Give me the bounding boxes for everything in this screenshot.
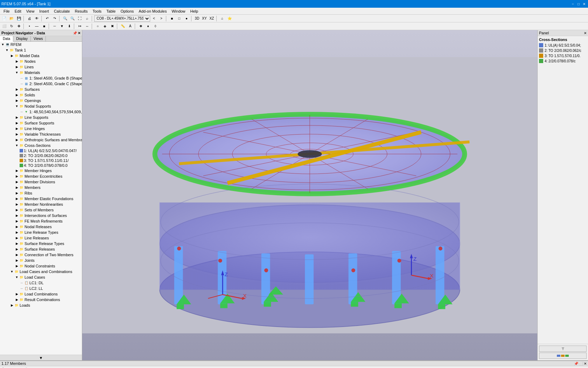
- toggle-materials[interactable]: ▼: [15, 71, 19, 74]
- tb2-extra2[interactable]: ♦: [145, 23, 152, 30]
- tree-item-surface-release-types[interactable]: ▶ 📁 Surface Release Types: [0, 241, 82, 246]
- view3d-btn[interactable]: 3D: [194, 15, 201, 22]
- dim2-btn[interactable]: ↔: [84, 23, 91, 30]
- toggle-solids[interactable]: ▶: [15, 93, 19, 97]
- toggle-fe-mesh[interactable]: ▶: [15, 219, 19, 223]
- menu-item-view[interactable]: View: [24, 8, 37, 14]
- nav-tab-display[interactable]: Display: [13, 36, 31, 41]
- prev-combo-btn[interactable]: <: [150, 15, 158, 22]
- toggle-joints[interactable]: ▶: [15, 259, 19, 262]
- tree-item-variable-thicknesses[interactable]: ▶ 📁 Variable Thicknesses: [0, 131, 82, 137]
- tree-item-member-elastic-foundations[interactable]: ▶ 📁 Member Elastic Foundations: [0, 196, 82, 202]
- printpreview-btn[interactable]: 👁: [33, 15, 40, 22]
- open-btn[interactable]: 📂: [8, 15, 15, 22]
- toggle-line-hinges[interactable]: ▶: [15, 127, 19, 130]
- member-btn[interactable]: ─: [51, 23, 58, 30]
- menu-item-edit[interactable]: Edit: [13, 8, 23, 14]
- tree-item-cs2[interactable]: 2: TO 2/2/0.062/0.062/0.0: [0, 153, 82, 158]
- table-float-icon[interactable]: ⬜: [579, 362, 583, 366]
- render-btn[interactable]: ■: [168, 15, 175, 22]
- viewxy-btn[interactable]: XY: [201, 15, 208, 22]
- tree-item-cs3[interactable]: 3: TO 1.57/1.57/0.11/0.11/: [0, 158, 82, 163]
- menu-item-tools[interactable]: Tools: [90, 8, 104, 14]
- panel-table-btn[interactable]: ⊤: [539, 346, 587, 352]
- toggle-line-supports[interactable]: ▶: [15, 116, 19, 119]
- tree-item-fe-mesh-refinements[interactable]: ▶ 📁 FE Mesh Refinements: [0, 218, 82, 224]
- toggle-var-thick[interactable]: ▶: [15, 132, 19, 136]
- zoom-select-btn[interactable]: ⌕: [84, 15, 91, 22]
- load-combo-selector[interactable]: CO8 - DL+.45WX+.75LL+.75SL: [94, 15, 150, 22]
- new-btn[interactable]: 📄: [1, 15, 8, 22]
- tb2-extra1[interactable]: ❖: [137, 23, 144, 30]
- tree-item-ribs[interactable]: ▶ 📁 Ribs: [0, 190, 82, 196]
- close-icon[interactable]: ✕: [582, 1, 587, 6]
- tree-item-cross-sections[interactable]: ▼ 📁 Cross-Sections: [0, 143, 82, 148]
- tree-item-mat1[interactable]: ─ ▦ 1: Steel A500, Grade B (Shapes): [0, 75, 82, 81]
- toggle-loads[interactable]: ▶: [10, 304, 14, 307]
- tree-item-loads[interactable]: ▶ 📁 Loads: [0, 302, 82, 308]
- toggle-member-elastic-foundations[interactable]: ▶: [15, 197, 19, 200]
- toggle-rfem[interactable]: ▼: [1, 43, 5, 46]
- tree-item-line-release-types[interactable]: ▶ 📁 Line Release Types: [0, 230, 82, 235]
- next-combo-btn[interactable]: >: [158, 15, 165, 22]
- line-btn[interactable]: ―: [33, 23, 40, 30]
- undo-btn[interactable]: ↶: [44, 15, 51, 22]
- tree-item-nodal-constraints[interactable]: ▶ 📁 Nodal Constraints: [0, 263, 82, 269]
- tree-item-intersections-of-surfaces[interactable]: ▶ 📁 Intersections of Surfaces: [0, 213, 82, 218]
- tree-item-sets-of-members[interactable]: ▶ 📁 Sets of Members: [0, 207, 82, 213]
- toggle-member-eccentricities[interactable]: ▶: [15, 175, 19, 178]
- tree-item-tank1[interactable]: ▼ 📁 Tank 1: [0, 47, 82, 53]
- toggle-result-combinations[interactable]: ▶: [15, 298, 19, 301]
- toggle-tank1[interactable]: ▼: [5, 48, 9, 52]
- viewxz-btn[interactable]: XZ: [208, 15, 215, 22]
- toggle-surfaces[interactable]: ▶: [15, 88, 19, 91]
- zoom-out-btn[interactable]: 🔍: [69, 15, 76, 22]
- menu-item-addons[interactable]: Add-on Modules: [136, 8, 169, 14]
- toggle-members[interactable]: ▶: [15, 186, 19, 189]
- toggle-member-divisions[interactable]: ▶: [15, 180, 19, 184]
- surface-btn[interactable]: ■: [41, 23, 48, 30]
- nav-tab-data[interactable]: Data: [0, 36, 13, 42]
- zoom-all-btn[interactable]: ⛶: [76, 15, 83, 22]
- tree-item-connection-two-members[interactable]: ▶ 📁 Connection of Two Members: [0, 252, 82, 258]
- toggle-surface-releases[interactable]: ▶: [15, 247, 19, 251]
- snap-mid-btn[interactable]: ◈: [102, 23, 108, 30]
- menu-item-file[interactable]: File: [1, 8, 12, 14]
- tree-item-ortho[interactable]: ▶ 📁 Orthotropic Surfaces and Membra: [0, 137, 82, 143]
- toggle-member-hinges[interactable]: ▶: [15, 169, 19, 172]
- tree-item-member-divisions[interactable]: ▶ 📁 Member Divisions: [0, 179, 82, 185]
- tree-item-lines[interactable]: ▶ 📁 Lines: [0, 64, 82, 70]
- tree-item-line-hinges[interactable]: ▶ 📁 Line Hinges: [0, 126, 82, 131]
- toggle-sets-of-members[interactable]: ▶: [15, 208, 19, 212]
- tree-item-model-data[interactable]: ▶ 📁 Model Data: [0, 53, 82, 59]
- tree-item-openings[interactable]: ▶ 📁 Openings: [0, 98, 82, 103]
- menu-item-calculate[interactable]: Calculate: [52, 8, 72, 14]
- tree-item-load-cases-combinations[interactable]: ▼ 📁 Load Cases and Combinations: [0, 269, 82, 274]
- render3-btn[interactable]: ●: [183, 15, 190, 22]
- toggle-intersections[interactable]: ▶: [15, 214, 19, 217]
- snap-node-btn[interactable]: ○: [94, 23, 101, 30]
- tree-item-cs1[interactable]: 1: UL(A) 6/2.5/2.5/0.047/0.047/: [0, 148, 82, 153]
- restore-icon[interactable]: □: [576, 1, 581, 6]
- render2-btn[interactable]: □: [176, 15, 183, 22]
- menu-item-window[interactable]: Window: [169, 8, 187, 14]
- tree-item-surface-releases[interactable]: ▶ 📁 Surface Releases: [0, 246, 82, 252]
- tree-item-mat2[interactable]: ─ ▦ 2: Steel A500, Grade C (Shapes): [0, 81, 82, 87]
- tree-item-nodes[interactable]: ▶ 📁 Nodes: [0, 59, 82, 64]
- tree-item-line-supports[interactable]: ▶ 📁 Line Supports: [0, 115, 82, 120]
- toggle-nodal-constraints[interactable]: ▶: [15, 264, 19, 268]
- tree-item-surfaces[interactable]: ▶ 📁 Surfaces: [0, 87, 82, 92]
- toggle-connection-two-members[interactable]: ▶: [15, 253, 19, 257]
- print-btn[interactable]: 🖨: [26, 15, 33, 22]
- toggle-nodal-releases[interactable]: ▶: [15, 225, 19, 229]
- save-btn[interactable]: 💾: [15, 15, 22, 22]
- toggle-lines[interactable]: ▶: [15, 65, 19, 69]
- tree-item-ns1[interactable]: ─ ▼ 1: 48,50,540,564,579,594,609,62: [0, 109, 82, 115]
- tree-item-nodal-supports[interactable]: ▼ 📁 Nodal Supports: [0, 103, 82, 109]
- snap-int-btn[interactable]: ✖: [109, 23, 116, 30]
- tree-item-member-nonlinearities[interactable]: ▶ 📁 Member Nonlinearities: [0, 202, 82, 207]
- tree-item-surface-supports[interactable]: ▶ 📁 Surface Supports: [0, 120, 82, 126]
- tree-item-cs4[interactable]: 4: TO 2/2/0.078/0.078/0.0: [0, 163, 82, 168]
- tree-item-load-cases[interactable]: ▼ 📁 Load Cases: [0, 274, 82, 280]
- toggle-surface-supports[interactable]: ▶: [15, 121, 19, 125]
